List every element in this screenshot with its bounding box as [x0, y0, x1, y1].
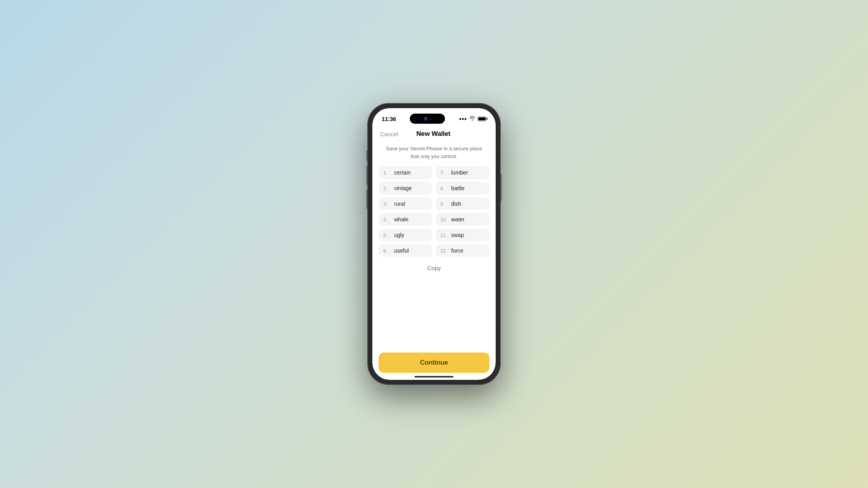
- word-text-5: ugly: [394, 232, 404, 238]
- status-time: 11:36: [382, 116, 396, 122]
- cancel-button[interactable]: Cancel: [380, 131, 398, 137]
- word-text-6: useful: [394, 248, 409, 254]
- app-screen: 11:36 ●●●: [372, 108, 496, 380]
- battery-icon: [478, 117, 486, 121]
- word-number-9: 9.: [440, 201, 449, 207]
- bottom-bar: Continue: [372, 353, 496, 376]
- word-number-3: 3.: [383, 201, 392, 207]
- microphone-icon: [430, 118, 431, 119]
- word-item-11: 11. swap: [436, 229, 489, 241]
- phone-frame: 11:36 ●●●: [368, 103, 500, 385]
- word-number-12: 12.: [440, 248, 449, 254]
- phone-screen: 11:36 ●●●: [372, 108, 496, 380]
- home-indicator: [372, 376, 496, 380]
- main-content: Save your Secret Phrase in a secure plac…: [372, 142, 496, 353]
- word-number-8: 8.: [440, 185, 449, 191]
- camera-icon: [424, 117, 428, 121]
- home-bar: [414, 376, 454, 378]
- word-number-10: 10.: [440, 217, 449, 223]
- copy-button[interactable]: Copy: [379, 263, 489, 273]
- word-item-10: 10. water: [436, 213, 489, 226]
- word-number-5: 5.: [383, 232, 392, 238]
- wifi-icon: [469, 116, 475, 122]
- power-button: [500, 174, 502, 201]
- word-number-2: 2.: [383, 185, 392, 191]
- word-text-11: swap: [451, 232, 464, 238]
- word-item-2: 2. vintage: [379, 182, 432, 194]
- word-item-3: 3. rural: [379, 198, 432, 210]
- word-number-1: 1.: [383, 170, 392, 176]
- content-spacer: [379, 273, 489, 346]
- subtitle-text: Save your Secret Phrase in a secure plac…: [379, 145, 489, 160]
- word-text-3: rural: [394, 201, 405, 207]
- word-text-10: water: [451, 216, 464, 223]
- word-item-8: 8. battle: [436, 182, 489, 194]
- word-number-4: 4.: [383, 217, 392, 223]
- signal-icon: ●●●: [459, 116, 467, 121]
- word-item-12: 12. force: [436, 244, 489, 257]
- word-text-8: battle: [451, 185, 464, 191]
- word-item-4: 4. whale: [379, 213, 432, 226]
- word-number-11: 11.: [440, 232, 449, 238]
- word-text-9: dish: [451, 201, 461, 207]
- seed-phrase-grid: 1. certain 7. lumber 2. vintage 8. bat: [379, 166, 489, 257]
- word-text-4: whale: [394, 216, 409, 223]
- word-item-5: 5. ugly: [379, 229, 432, 241]
- word-item-1: 1. certain: [379, 166, 432, 179]
- word-text-12: force: [451, 248, 463, 254]
- status-icons: ●●●: [459, 116, 486, 122]
- page-title: New Wallet: [416, 130, 450, 138]
- word-number-7: 7.: [440, 170, 449, 176]
- status-bar: 11:36 ●●●: [372, 108, 496, 127]
- word-item-7: 7. lumber: [436, 166, 489, 179]
- word-number-6: 6.: [383, 248, 392, 254]
- word-text-1: certain: [394, 169, 411, 176]
- navigation-bar: Cancel New Wallet: [372, 127, 496, 142]
- volume-up-button: [366, 166, 368, 185]
- word-text-7: lumber: [451, 169, 468, 176]
- continue-button[interactable]: Continue: [379, 353, 489, 373]
- dynamic-island: [410, 114, 445, 124]
- mute-button: [366, 150, 368, 161]
- volume-down-button: [366, 189, 368, 209]
- word-item-6: 6. useful: [379, 244, 432, 257]
- word-text-2: vintage: [394, 185, 412, 191]
- word-item-9: 9. dish: [436, 198, 489, 210]
